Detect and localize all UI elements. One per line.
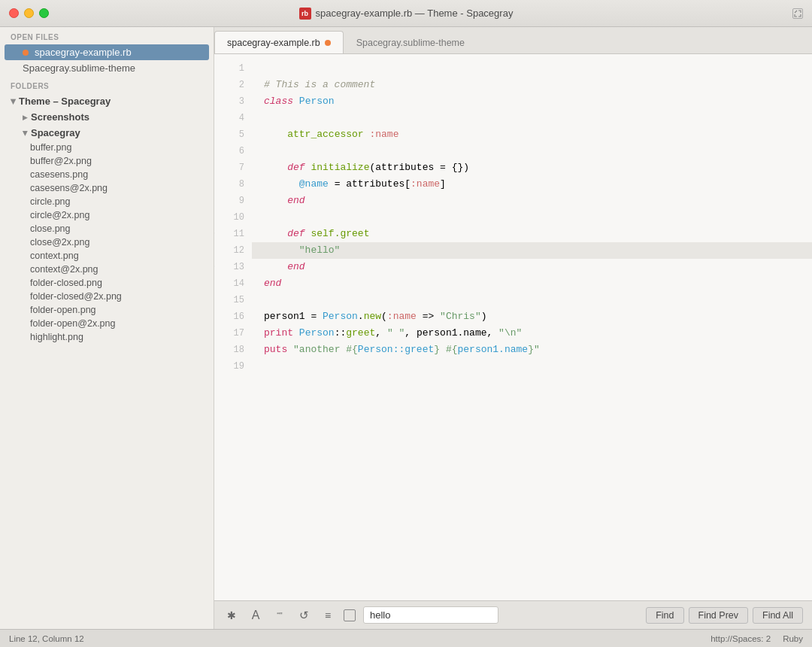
sidebar-file-buffer2x[interactable]: buffer@2x.png <box>0 154 214 168</box>
ln-18: 18 <box>214 342 244 358</box>
chevron-closed-icon: ▶ <box>23 114 28 121</box>
sidebar-file-casesens2x[interactable]: casesens@2x.png <box>0 181 214 195</box>
sidebar-file-circle[interactable]: circle.png <box>0 195 214 208</box>
search-input[interactable] <box>363 606 498 624</box>
find-button[interactable]: Find <box>646 607 683 624</box>
status-bar: Line 12, Column 12 http://Spaces: 2 Ruby <box>0 629 812 647</box>
ln-9: 9 <box>214 193 244 209</box>
code-line-18: puts "another #{Person::greet} #{person1… <box>252 342 812 358</box>
folders-label: FOLDERS <box>0 76 214 93</box>
sidebar-filename-1: spacegray-example.rb <box>35 47 132 58</box>
code-line-5: attr_accessor :name <box>252 126 812 143</box>
code-editor[interactable]: 1 2 3 4 5 6 7 8 9 10 11 12 13 14 15 16 1… <box>214 54 812 600</box>
sidebar-item-spacegray-example[interactable]: spacegray-example.rb <box>5 44 209 60</box>
titlebar: rb spacegray-example.rb — Theme - Spaceg… <box>0 0 812 27</box>
ln-3: 3 <box>214 93 244 110</box>
code-line-11: def self.greet <box>252 226 812 242</box>
cursor-position: Line 12, Column 12 <box>9 634 84 643</box>
ln-12: 12 <box>214 242 244 259</box>
code-line-8: @name = attributes[:name] <box>252 176 812 193</box>
sidebar-file-folder-closed2x[interactable]: folder-closed@2x.png <box>0 290 214 303</box>
ln-5: 5 <box>214 126 244 143</box>
code-line-17: print Person::greet, " ", person1.name, … <box>252 325 812 342</box>
sidebar-screenshots-folder[interactable]: ▶ Screenshots <box>0 109 214 125</box>
url-hint: http://Spaces: 2 <box>710 634 771 643</box>
chevron-spacegray-icon: ▶ <box>22 130 29 135</box>
find-all-button[interactable]: Find All <box>753 607 803 624</box>
sidebar-file-folder-open2x[interactable]: folder-open@2x.png <box>0 317 214 330</box>
asterisk-icon[interactable]: ✱ <box>223 607 240 624</box>
menu-icon[interactable]: ≡ <box>320 607 336 624</box>
ln-2: 2 <box>214 77 244 93</box>
find-buttons: Find Find Prev Find All <box>646 607 803 624</box>
code-line-13: end <box>252 259 812 275</box>
sidebar-file-circle2x[interactable]: circle@2x.png <box>0 208 214 222</box>
sidebar-filename-2: Spacegray.sublime-theme <box>23 62 135 74</box>
code-line-15 <box>252 292 812 308</box>
chevron-open-icon: ▶ <box>10 99 17 104</box>
code-line-4 <box>252 110 812 126</box>
sidebar: OPEN FILES spacegray-example.rb Spacegra… <box>0 27 214 629</box>
tab-label-2: Spacegray.sublime-theme <box>356 38 465 48</box>
ln-13: 13 <box>214 259 244 275</box>
screenshots-folder-name: Screenshots <box>31 111 89 123</box>
ln-8: 8 <box>214 176 244 193</box>
sidebar-file-buffer[interactable]: buffer.png <box>0 141 214 154</box>
ln-10: 10 <box>214 209 244 226</box>
ln-11: 11 <box>214 226 244 242</box>
ln-1: 1 <box>214 60 244 77</box>
open-files-label: OPEN FILES <box>0 27 214 44</box>
line-numbers: 1 2 3 4 5 6 7 8 9 10 11 12 13 14 15 16 1… <box>214 54 252 600</box>
code-line-2: # This is a comment <box>252 77 812 93</box>
code-content[interactable]: # This is a comment class Person attr_ac… <box>252 54 812 600</box>
ln-16: 16 <box>214 308 244 325</box>
ln-6: 6 <box>214 143 244 159</box>
sidebar-file-highlight[interactable]: highlight.png <box>0 330 214 344</box>
sidebar-file-folder-open[interactable]: folder-open.png <box>0 303 214 317</box>
code-line-16: person1 = Person.new(:name => "Chris") <box>252 308 812 325</box>
sidebar-file-context2x[interactable]: context@2x.png <box>0 263 214 276</box>
ln-7: 7 <box>214 159 244 176</box>
code-line-9: end <box>252 193 812 209</box>
tab-sublime-theme[interactable]: Spacegray.sublime-theme <box>344 31 477 53</box>
maximize-button[interactable] <box>39 8 49 18</box>
window-controls <box>9 8 49 18</box>
sidebar-file-close2x[interactable]: close@2x.png <box>0 235 214 249</box>
sidebar-file-folder-closed[interactable]: folder-closed.png <box>0 276 214 290</box>
find-prev-button[interactable]: Find Prev <box>689 607 749 624</box>
font-icon[interactable]: A <box>247 607 264 624</box>
sidebar-item-sublime-theme[interactable]: Spacegray.sublime-theme <box>0 60 214 76</box>
code-line-14: end <box>252 275 812 292</box>
sidebar-theme-folder[interactable]: ▶ Theme – Spacegray <box>0 93 214 109</box>
tab-modified-dot <box>325 40 331 46</box>
code-line-7: def initialize(attributes = {}) <box>252 159 812 176</box>
tab-label-1: spacegray-example.rb <box>227 38 320 48</box>
modified-dot <box>23 50 29 56</box>
sidebar-file-close[interactable]: close.png <box>0 222 214 235</box>
search-area <box>363 606 638 624</box>
language-indicator: Ruby <box>783 634 803 643</box>
sidebar-file-casesens[interactable]: casesens.png <box>0 168 214 181</box>
ln-4: 4 <box>214 110 244 126</box>
bottom-bar: ✱ A “" ↺ ≡ Find Find Prev Find All <box>214 600 812 629</box>
window-title: rb spacegray-example.rb — Theme - Spaceg… <box>299 8 514 20</box>
minimize-button[interactable] <box>24 8 34 18</box>
ln-17: 17 <box>214 325 244 342</box>
tabs-bar: spacegray-example.rb Spacegray.sublime-t… <box>214 27 812 54</box>
history-icon[interactable]: ↺ <box>295 607 312 624</box>
ln-19: 19 <box>214 358 244 375</box>
expand-button[interactable] <box>792 8 803 19</box>
code-line-10 <box>252 209 812 226</box>
status-right: http://Spaces: 2 Ruby <box>710 634 803 643</box>
quote-icon[interactable]: “" <box>271 607 288 624</box>
tab-spacegray-example[interactable]: spacegray-example.rb <box>214 31 344 53</box>
editor-area: spacegray-example.rb Spacegray.sublime-t… <box>214 27 812 629</box>
spacegray-folder-name: Spacegray <box>31 127 80 138</box>
close-button[interactable] <box>9 8 19 18</box>
main-container: OPEN FILES spacegray-example.rb Spacegra… <box>0 27 812 629</box>
sidebar-file-context[interactable]: context.png <box>0 249 214 263</box>
expand-icon <box>794 10 801 17</box>
code-line-12: "hello" <box>252 242 812 259</box>
checkbox-icon[interactable] <box>344 609 356 621</box>
sidebar-spacegray-folder[interactable]: ▶ Spacegray <box>0 125 214 141</box>
